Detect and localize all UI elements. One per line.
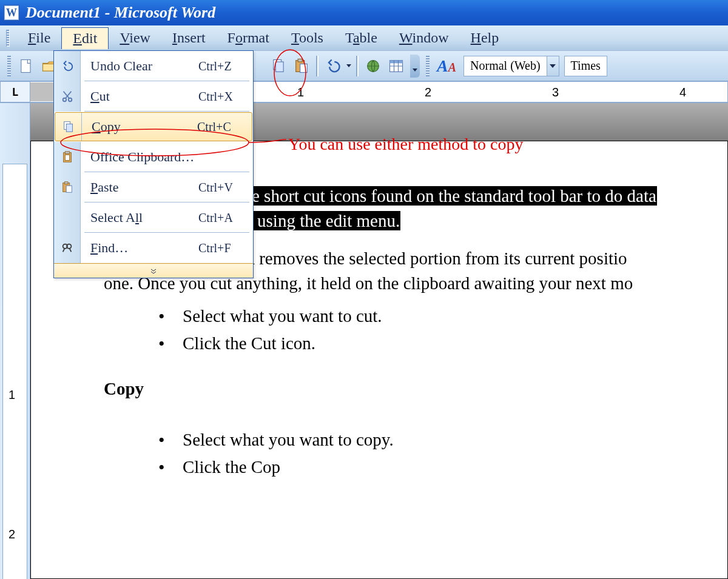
paste-icon	[61, 181, 74, 194]
undo-icon	[61, 59, 74, 73]
list-item: Select what you want to copy.	[158, 427, 727, 452]
toolbar-grip[interactable]	[6, 30, 10, 47]
menu-label: Undo Clear	[90, 58, 152, 73]
menu-shortcut: Ctrl+X	[198, 90, 253, 104]
svg-rect-4	[298, 59, 302, 62]
style-selector[interactable]: Normal (Web)	[463, 56, 547, 76]
svg-rect-14	[65, 152, 69, 154]
svg-point-10	[68, 98, 72, 102]
svg-rect-0	[21, 59, 30, 72]
hyperlink-button[interactable]	[362, 55, 384, 77]
menu-format[interactable]: Format	[217, 27, 280, 49]
copy-button-toolbar[interactable]	[268, 55, 289, 77]
svg-rect-17	[64, 182, 68, 184]
ruler-mark: 3	[552, 85, 559, 99]
menu-item-office-clipboard[interactable]: Office Clipboard…	[54, 142, 253, 172]
style-selector-drop[interactable]	[547, 56, 559, 76]
svg-rect-5	[300, 64, 308, 72]
table-button[interactable]	[385, 55, 407, 77]
menu-item-cut[interactable]: Cut Ctrl+X	[54, 81, 253, 112]
menu-item-undo[interactable]: Undo Clear Ctrl+Z	[54, 51, 253, 81]
menu-label: Office Clipboard…	[81, 149, 198, 165]
ruler-mark: 1	[297, 85, 304, 99]
menu-insert[interactable]: Insert	[161, 27, 217, 49]
menu-file[interactable]: File	[17, 27, 61, 49]
menu-shortcut: Ctrl+A	[198, 211, 253, 225]
separator-icon	[356, 56, 359, 76]
style-selector-value: Normal (Web)	[470, 59, 541, 73]
heading-copy: Copy	[104, 377, 727, 401]
list-item: Select what you want to cut.	[158, 304, 727, 329]
title-bar: W Document1 - Microsoft Word	[0, 0, 728, 25]
ruler-mark: 4	[679, 85, 686, 99]
paste-button-toolbar[interactable]	[291, 55, 312, 77]
menu-table[interactable]: Table	[334, 27, 388, 49]
tab-selector[interactable]: L	[0, 81, 30, 102]
list-item: Click the Cut icon.	[158, 331, 727, 356]
undo-button[interactable]	[322, 55, 344, 77]
font-selector[interactable]: Times	[564, 56, 607, 76]
clipboard-icon	[61, 150, 74, 164]
window-title: Document1 - Microsoft Word	[25, 4, 215, 22]
menu-edit[interactable]: Edit	[61, 27, 109, 49]
toolbar-grip[interactable]	[7, 56, 11, 76]
svg-rect-2	[275, 62, 283, 72]
svg-rect-12	[66, 124, 72, 132]
toolbar-options-button[interactable]	[410, 55, 420, 78]
selected-text[interactable]: e short cut icons found on the standard …	[251, 186, 657, 206]
menu-item-copy[interactable]: Copy Ctrl+C	[55, 112, 252, 141]
menu-bar: File Edit View Insert Format Tools Table…	[0, 25, 728, 51]
vertical-ruler[interactable]: 1 2	[0, 103, 30, 579]
menu-window[interactable]: Window	[388, 27, 460, 49]
word-app-icon: W	[4, 5, 19, 21]
menu-expand-button[interactable]	[54, 263, 253, 278]
svg-rect-15	[65, 155, 69, 160]
font-selector-value: Times	[571, 59, 601, 73]
vruler-mark: 1	[8, 388, 15, 402]
ruler-mark: 2	[425, 85, 431, 99]
menu-shortcut: Ctrl+F	[198, 241, 253, 255]
menu-view[interactable]: View	[109, 27, 161, 49]
svg-rect-18	[66, 186, 72, 192]
menu-item-select-all[interactable]: Select All Ctrl+A	[54, 202, 253, 233]
menu-shortcut: Ctrl+V	[198, 181, 253, 195]
toolbar-grip[interactable]	[426, 56, 430, 76]
vruler-mark: 2	[8, 527, 15, 541]
menu-shortcut: Ctrl+Z	[198, 59, 253, 73]
copy-icon	[62, 120, 75, 133]
menu-shortcut: Ctrl+C	[197, 120, 252, 134]
menu-item-paste[interactable]: Paste Ctrl+V	[54, 172, 253, 202]
list-item: Click the Cop	[158, 455, 727, 480]
svg-point-9	[62, 98, 66, 102]
annotation-text: You can use either method to copy	[288, 135, 524, 154]
styles-icon[interactable]: AA	[437, 56, 456, 76]
find-icon	[61, 241, 74, 255]
menu-tools[interactable]: Tools	[280, 27, 334, 49]
separator-icon	[316, 56, 318, 76]
svg-rect-8	[390, 60, 403, 63]
menu-item-find[interactable]: Find… Ctrl+F	[54, 233, 253, 263]
menu-help[interactable]: Help	[460, 27, 510, 49]
edit-menu-dropdown: Undo Clear Ctrl+Z Cut Ctrl+X Copy Ctrl+C…	[53, 50, 254, 278]
new-doc-button[interactable]	[15, 55, 37, 77]
cut-icon	[61, 90, 74, 103]
